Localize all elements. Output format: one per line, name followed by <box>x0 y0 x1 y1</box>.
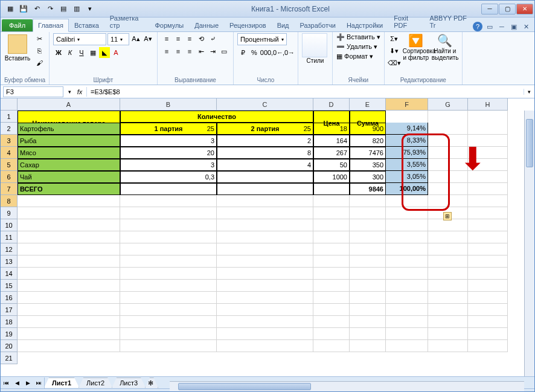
shrink-font-icon[interactable]: A▾ <box>143 33 153 44</box>
cell[interactable] <box>18 328 120 340</box>
font-name-combo[interactable]: Calibri <box>53 33 106 45</box>
item-name[interactable]: Сахар <box>18 159 120 171</box>
border-icon[interactable]: ▦ <box>88 47 98 58</box>
tab-layout[interactable]: Разметка стр <box>104 11 150 31</box>
cell[interactable] <box>468 135 508 147</box>
tab-view[interactable]: Вид <box>272 19 295 31</box>
cell[interactable] <box>120 292 217 304</box>
cell[interactable] <box>217 183 313 195</box>
format-cells-button[interactable]: ▦ Формат ▾ <box>336 53 380 60</box>
align-top-icon[interactable]: ≡ <box>161 33 172 44</box>
cell[interactable] <box>428 195 468 207</box>
col-header-B[interactable]: B <box>120 98 217 111</box>
tab-addins[interactable]: Надстройки <box>341 19 388 31</box>
item-p2[interactable]: 2 <box>217 135 313 147</box>
row-header-12[interactable]: 12 <box>1 243 18 255</box>
row-header-18[interactable]: 18 <box>1 316 18 328</box>
item-pct[interactable]: 8,33% <box>386 135 428 147</box>
sheet-tab-1[interactable]: Лист1 <box>44 378 79 388</box>
cell[interactable] <box>386 304 428 316</box>
cell[interactable] <box>386 340 428 352</box>
find-select-button[interactable]: 🔍 Найти и выделить <box>432 33 458 61</box>
item-name[interactable]: Картофель <box>18 123 120 135</box>
formula-expand-icon[interactable]: ▾ <box>524 89 534 95</box>
cell[interactable] <box>386 219 428 231</box>
row-header-13[interactable]: 13 <box>1 255 18 268</box>
qat-more-icon[interactable]: ▾ <box>84 3 96 15</box>
cell[interactable] <box>18 292 120 304</box>
tab-insert[interactable]: Вставка <box>69 19 104 31</box>
cell[interactable] <box>468 268 508 280</box>
vscroll-thumb[interactable] <box>526 119 533 167</box>
sheet-prev-icon[interactable]: ◀ <box>11 378 22 388</box>
cell[interactable] <box>217 328 313 340</box>
fill-icon[interactable]: ⬇▾ <box>388 45 400 56</box>
item-p2[interactable]: 8 <box>217 147 313 159</box>
minimize-ribbon-icon[interactable]: ▭ <box>485 22 495 31</box>
cell[interactable] <box>350 316 386 328</box>
item-sum[interactable]: 350 <box>350 159 386 171</box>
cell[interactable] <box>428 147 468 159</box>
row-header-8[interactable]: 8 <box>1 195 18 207</box>
row-header-2[interactable]: 2 <box>1 123 18 135</box>
cell[interactable] <box>468 123 508 135</box>
align-bottom-icon[interactable]: ≡ <box>184 33 195 44</box>
row-header-3[interactable]: 3 <box>1 135 18 147</box>
item-name[interactable]: Мясо <box>18 147 120 159</box>
cell[interactable] <box>18 316 120 328</box>
col-header-C[interactable]: C <box>217 98 313 111</box>
cell[interactable] <box>217 243 313 255</box>
row-header-1[interactable]: 1 <box>1 111 18 123</box>
cell[interactable] <box>428 268 468 280</box>
tab-data[interactable]: Данные <box>189 19 224 31</box>
cell[interactable] <box>468 195 508 207</box>
cell[interactable] <box>120 219 217 231</box>
cell[interactable] <box>428 280 468 292</box>
cell[interactable] <box>386 292 428 304</box>
minimize-button[interactable]: ─ <box>481 4 498 14</box>
save-icon[interactable]: 💾 <box>18 3 30 15</box>
bold-button[interactable]: Ж <box>53 47 64 58</box>
formula-input[interactable]: =E3/$E$8 <box>86 87 524 97</box>
cell[interactable] <box>428 231 468 243</box>
cell[interactable] <box>350 280 386 292</box>
item-price[interactable]: 1000 <box>313 171 350 183</box>
cell[interactable] <box>313 316 350 328</box>
cell[interactable] <box>428 255 468 268</box>
item-p2[interactable]: 4 <box>217 159 313 171</box>
cell[interactable] <box>386 268 428 280</box>
row-header-11[interactable]: 11 <box>1 231 18 243</box>
item-p2[interactable]: 25 <box>217 123 313 135</box>
cell[interactable] <box>386 195 428 207</box>
cell[interactable] <box>18 243 120 255</box>
cell[interactable] <box>18 219 120 231</box>
workbook-restore-icon[interactable]: ▣ <box>509 22 519 31</box>
col-header-G[interactable]: G <box>428 98 468 111</box>
cell[interactable] <box>428 171 468 183</box>
cell[interactable] <box>468 316 508 328</box>
cell[interactable] <box>313 340 350 352</box>
item-price[interactable]: 50 <box>313 159 350 171</box>
cell[interactable] <box>468 304 508 316</box>
cell[interactable] <box>217 231 313 243</box>
name-box[interactable]: F3 <box>3 86 63 97</box>
item-p2[interactable] <box>217 171 313 183</box>
row-header-17[interactable]: 17 <box>1 304 18 316</box>
cell[interactable] <box>217 219 313 231</box>
select-all-corner[interactable] <box>1 98 18 111</box>
vertical-scrollbar[interactable] <box>524 111 534 376</box>
tab-home[interactable]: Главная <box>33 19 69 32</box>
col-header-E[interactable]: E <box>350 98 386 111</box>
align-right-icon[interactable]: ≡ <box>184 46 195 57</box>
cell[interactable] <box>120 195 217 207</box>
cell[interactable] <box>350 231 386 243</box>
cell[interactable] <box>350 243 386 255</box>
item-pct[interactable]: 3,55% <box>386 159 428 171</box>
cell[interactable] <box>18 340 120 352</box>
align-middle-icon[interactable]: ≡ <box>173 33 184 44</box>
header-qty[interactable]: Количество <box>120 111 313 123</box>
cell[interactable] <box>468 255 508 268</box>
cell[interactable] <box>18 231 120 243</box>
cell[interactable] <box>468 231 508 243</box>
item-sum[interactable]: 7476 <box>350 147 386 159</box>
